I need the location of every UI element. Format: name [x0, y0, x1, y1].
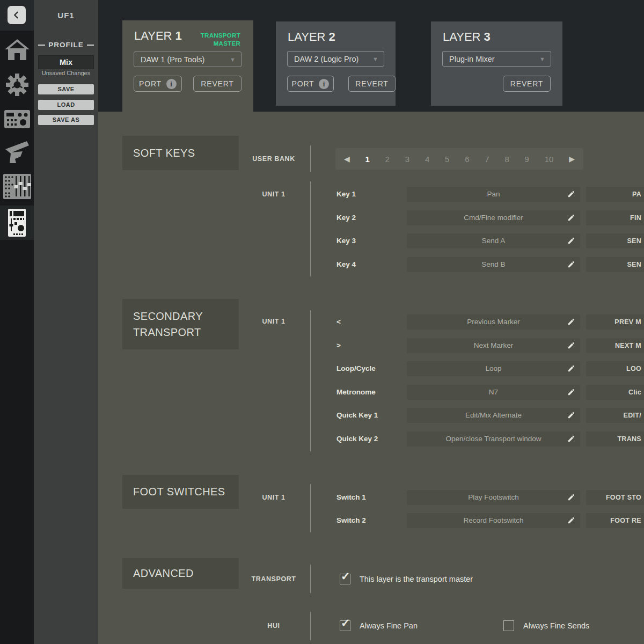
sidebar-item-uf1-device[interactable]	[0, 209, 34, 237]
prev-marker-value: Previous Marker	[467, 318, 519, 326]
key-2-assignment[interactable]: Cmd/Fine modifier	[407, 210, 580, 225]
switch-1-value: Play Footswitch	[468, 493, 519, 501]
profile-heading-text: PROFILE	[48, 41, 84, 49]
page-number-10[interactable]: 10	[545, 155, 554, 164]
layer-title-text: LAYER	[134, 29, 172, 42]
foot-switches-section-title: FOOT SWITCHES	[122, 475, 239, 509]
key-2-short-label[interactable]: FIN	[586, 210, 644, 225]
layer-3-revert-button[interactable]: REVERT	[503, 76, 551, 92]
edit-pencil-icon[interactable]	[567, 260, 575, 268]
layer-3-daw-dropdown[interactable]: Plug-in Mixer ▼	[442, 51, 551, 67]
switch-1-short-label[interactable]: FOOT STO	[586, 490, 644, 505]
save-button[interactable]: SAVE	[38, 84, 94, 94]
next-marker-assignment[interactable]: Next Marker	[407, 338, 580, 353]
page-number-2[interactable]: 2	[385, 155, 390, 164]
page-next-icon[interactable]: ▶	[569, 155, 575, 163]
layer-1-revert-button[interactable]: REVERT	[193, 76, 241, 92]
layer-1-daw-dropdown[interactable]: DAW 1 (Pro Tools) ▼	[134, 52, 241, 67]
home-icon	[5, 39, 30, 61]
edit-pencil-icon[interactable]	[567, 341, 575, 349]
layer-2-daw-value: DAW 2 (Logic Pro)	[294, 55, 372, 63]
layer-1-title: LAYER1	[134, 29, 182, 43]
checkmark-icon: ✓	[341, 617, 350, 630]
port-button-label: PORT	[139, 79, 162, 88]
edit-pencil-icon[interactable]	[567, 411, 575, 419]
quick-key-1-value: Edit/Mix Alternate	[465, 411, 522, 419]
key-1-value: Pan	[487, 190, 500, 198]
page-previous-icon[interactable]: ◀	[344, 155, 350, 163]
page-number-3[interactable]: 3	[405, 155, 409, 164]
quick-key-2-assignment[interactable]: Open/close Transport window	[407, 431, 580, 447]
quick-key-2-short-label[interactable]: TRANS	[586, 431, 644, 447]
page-number-8[interactable]: 8	[504, 155, 509, 164]
metronome-assignment[interactable]: N7	[407, 385, 580, 400]
page-number-7[interactable]: 7	[485, 155, 489, 164]
next-marker-short-label[interactable]: NEXT M	[586, 338, 644, 353]
edit-pencil-icon[interactable]	[567, 435, 575, 443]
edit-pencil-icon[interactable]	[567, 388, 575, 396]
loop-cycle-short-label[interactable]: LOO	[586, 361, 644, 376]
back-button[interactable]	[8, 6, 26, 24]
sidebar-item-settings[interactable]	[0, 72, 34, 97]
edit-pencil-icon[interactable]	[567, 516, 575, 524]
chevron-down-icon: ▼	[539, 56, 545, 62]
loop-cycle-assignment[interactable]: Loop	[407, 361, 580, 376]
profile-name-box[interactable]: Mix	[38, 55, 94, 69]
page-number-4[interactable]: 4	[425, 155, 429, 164]
sidebar-item-console[interactable]	[0, 140, 34, 165]
edit-pencil-icon[interactable]	[567, 493, 575, 501]
key-3-assignment[interactable]: Send A	[407, 233, 580, 248]
load-button[interactable]: LOAD	[38, 100, 94, 110]
sidebar-item-uf8-fader-unit[interactable]	[0, 173, 34, 200]
key-4-assignment[interactable]: Send B	[407, 257, 580, 272]
page-number-9[interactable]: 9	[525, 155, 529, 164]
edit-pencil-icon[interactable]	[567, 214, 575, 222]
layer-2-port-button[interactable]: PORT i	[287, 76, 334, 92]
always-fine-pan-checkbox[interactable]: ✓	[340, 620, 350, 631]
edit-pencil-icon[interactable]	[567, 318, 575, 326]
key-1-short-label[interactable]: PA	[586, 187, 644, 202]
metronome-short-label[interactable]: Clic	[586, 385, 644, 400]
key-4-short-label[interactable]: SEN	[586, 257, 644, 272]
switch-2-assignment[interactable]: Record Footswitch	[407, 513, 580, 528]
secondary-transport-unit-label: UNIT 1	[236, 318, 311, 325]
device-title: UF1	[34, 11, 98, 20]
always-fine-pan-label: Always Fine Pan	[360, 620, 418, 631]
sidebar-item-home[interactable]	[0, 39, 34, 61]
edit-pencil-icon[interactable]	[567, 190, 575, 198]
prev-marker-short-label[interactable]: PREV M	[586, 314, 644, 330]
layer-3-card[interactable]: LAYER3 Plug-in Mixer ▼ REVERT	[431, 21, 562, 106]
save-as-button[interactable]: SAVE AS	[38, 115, 94, 125]
uf8-fader-unit-icon	[3, 173, 31, 200]
layer-1-card[interactable]: LAYER1 TRANSPORT MASTER DAW 1 (Pro Tools…	[122, 20, 253, 112]
always-fine-sends-checkbox[interactable]	[503, 620, 514, 631]
prev-marker-assignment[interactable]: Previous Marker	[407, 314, 580, 330]
heading-dash	[87, 45, 94, 46]
key-1-assignment[interactable]: Pan	[407, 187, 580, 202]
transport-group-label: TRANSPORT	[236, 575, 311, 583]
edit-pencil-icon[interactable]	[567, 364, 575, 372]
layer-2-daw-dropdown[interactable]: DAW 2 (Logic Pro) ▼	[287, 51, 384, 67]
info-icon[interactable]: i	[319, 79, 329, 89]
sidebar-item-uc1-controller[interactable]	[0, 109, 34, 129]
edit-pencil-icon[interactable]	[567, 237, 575, 245]
page-number-1[interactable]: 1	[365, 155, 370, 164]
layer-1-port-button[interactable]: PORT i	[134, 76, 182, 92]
soft-keys-section-title: SOFT KEYS	[122, 136, 239, 170]
layer-2-revert-button[interactable]: REVERT	[348, 76, 396, 92]
page-number-6[interactable]: 6	[465, 155, 469, 164]
layer-2-card[interactable]: LAYER2 DAW 2 (Logic Pro) ▼ PORT i REVERT	[276, 21, 396, 106]
key-2-label: Key 2	[336, 210, 356, 225]
profile-panel	[34, 0, 98, 644]
page-number-5[interactable]: 5	[445, 155, 449, 164]
switch-2-value: Record Footswitch	[464, 516, 524, 524]
app-sidebar	[0, 0, 34, 644]
key-3-short-label[interactable]: SEN	[586, 233, 644, 248]
switch-2-short-label[interactable]: FOOT RE	[586, 513, 644, 528]
quick-key-1-assignment[interactable]: Edit/Mix Alternate	[407, 408, 580, 423]
switch-1-assignment[interactable]: Play Footswitch	[407, 490, 580, 505]
quick-key-2-value: Open/close Transport window	[446, 435, 541, 443]
info-icon[interactable]: i	[166, 79, 177, 89]
transport-master-checkbox[interactable]: ✓	[340, 574, 350, 584]
quick-key-1-short-label[interactable]: EDIT/	[586, 408, 644, 423]
